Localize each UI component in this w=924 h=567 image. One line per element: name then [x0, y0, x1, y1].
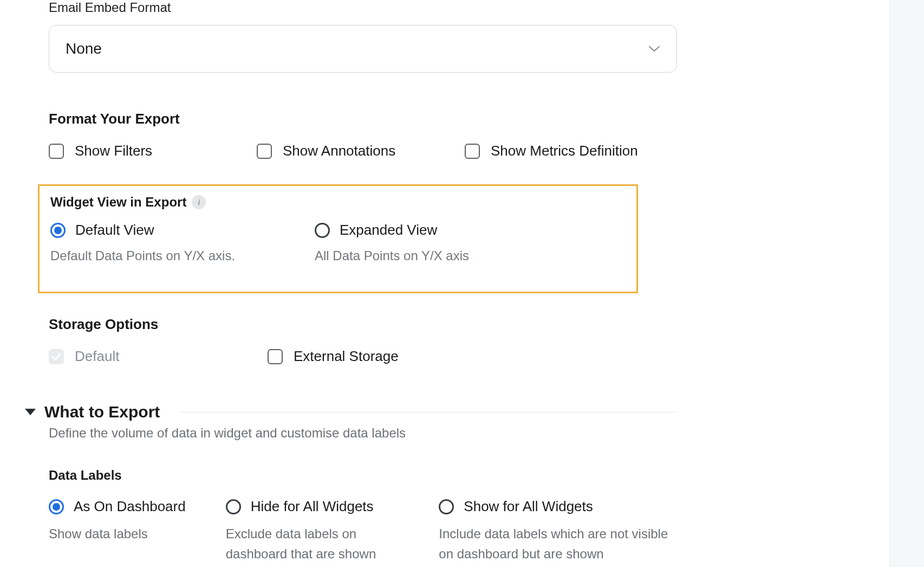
triangle-down-icon	[25, 409, 36, 415]
email-embed-format-value: None	[66, 40, 102, 57]
expanded-view-radio[interactable]: Expanded View	[315, 222, 531, 239]
storage-external-option[interactable]: External Storage	[268, 348, 452, 365]
as-on-dashboard-radio[interactable]: As On Dashboard	[49, 497, 204, 516]
checkbox-unchecked-icon	[49, 144, 64, 159]
default-view-label: Default View	[75, 222, 154, 239]
default-view-desc: Default Data Points on Y/X axis.	[50, 246, 289, 266]
radio-unselected-icon	[439, 499, 454, 514]
checkbox-unchecked-icon	[268, 349, 283, 364]
show-for-all-label: Show for All Widgets	[464, 497, 593, 516]
what-to-export-title: What to Export	[44, 403, 160, 421]
what-to-export-header[interactable]: What to Export	[25, 403, 677, 421]
radio-unselected-icon	[226, 499, 241, 514]
expanded-view-desc: All Data Points on Y/X axis	[315, 246, 531, 266]
widget-view-highlight-box: Widget View in Export i Default View Def…	[38, 184, 638, 293]
expanded-view-label: Expanded View	[340, 222, 437, 239]
show-annotations-label: Show Annotations	[283, 143, 395, 159]
format-your-export-heading: Format Your Export	[49, 111, 677, 127]
show-annotations-option[interactable]: Show Annotations	[257, 143, 430, 159]
storage-default-label: Default	[75, 348, 119, 365]
checkbox-unchecked-icon	[257, 144, 272, 159]
email-embed-format-label: Email Embed Format	[49, 0, 677, 15]
show-metrics-definition-option[interactable]: Show Metrics Definition	[465, 143, 638, 159]
radio-selected-icon	[50, 223, 66, 238]
checkbox-unchecked-icon	[465, 144, 480, 159]
info-icon[interactable]: i	[192, 195, 206, 209]
storage-options-heading: Storage Options	[49, 316, 677, 333]
data-labels-heading: Data Labels	[49, 468, 677, 483]
default-view-radio[interactable]: Default View	[50, 222, 289, 239]
show-filters-option[interactable]: Show Filters	[49, 143, 222, 159]
widget-view-heading: Widget View in Export	[50, 195, 186, 210]
checkbox-checked-disabled-icon	[49, 349, 64, 364]
radio-unselected-icon	[315, 223, 330, 238]
as-on-dashboard-label: As On Dashboard	[74, 497, 186, 516]
storage-default-option: Default	[49, 348, 233, 365]
hide-for-all-label: Hide for All Widgets	[251, 497, 374, 516]
show-filters-label: Show Filters	[75, 143, 152, 159]
radio-selected-icon	[49, 499, 64, 514]
what-to-export-desc: Define the volume of data in widget and …	[49, 426, 677, 441]
hide-for-all-radio[interactable]: Hide for All Widgets	[226, 497, 418, 516]
divider	[179, 412, 677, 413]
email-embed-format-select[interactable]: None	[49, 25, 677, 73]
show-metrics-definition-label: Show Metrics Definition	[491, 143, 638, 159]
right-side-strip	[889, 0, 924, 567]
storage-external-label: External Storage	[294, 348, 399, 365]
show-for-all-desc: Include data labels which are not visibl…	[439, 524, 677, 564]
show-for-all-radio[interactable]: Show for All Widgets	[439, 497, 677, 516]
as-on-dashboard-desc: Show data labels	[49, 524, 204, 544]
hide-for-all-desc: Exclude data labels on dashboard that ar…	[226, 524, 418, 564]
chevron-down-icon	[648, 45, 660, 53]
